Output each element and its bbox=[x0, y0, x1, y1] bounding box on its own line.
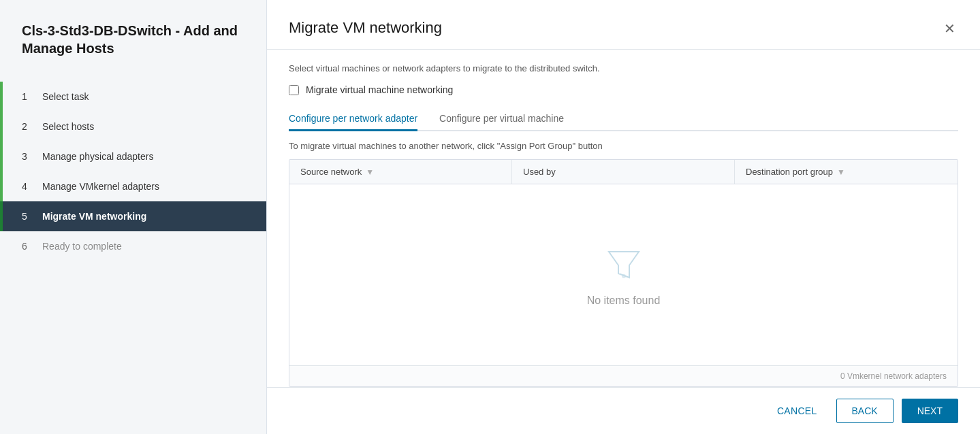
tab-0[interactable]: Configure per network adapter bbox=[289, 107, 417, 131]
sidebar-step-select-task[interactable]: 1Select task bbox=[0, 82, 266, 112]
step-label: Select hosts bbox=[42, 121, 94, 132]
step-number: 5 bbox=[22, 211, 33, 222]
table-footer-text: 0 Vmkernel network adapters bbox=[840, 371, 947, 381]
sidebar-step-migrate-vm-networking[interactable]: 5Migrate VM networking bbox=[0, 201, 266, 231]
sidebar: Cls-3-Std3-DB-DSwitch - Add and Manage H… bbox=[0, 0, 267, 434]
step-label: Migrate VM networking bbox=[42, 211, 146, 222]
step-label: Manage VMkernel adapters bbox=[42, 181, 159, 192]
table-column-used-by: Used by bbox=[512, 160, 735, 184]
table-header: Source network▼Used byDestination port g… bbox=[289, 160, 958, 184]
sidebar-step-select-hosts[interactable]: 2Select hosts bbox=[0, 112, 266, 141]
step-number: 1 bbox=[22, 91, 33, 102]
checkbox-row: Migrate virtual machine networking bbox=[289, 84, 958, 95]
sidebar-step-manage-vmkernel-adapters[interactable]: 4Manage VMkernel adapters bbox=[0, 171, 266, 201]
filter-icon[interactable]: ▼ bbox=[366, 167, 374, 177]
dialog-footer: CANCEL BACK NEXT bbox=[267, 387, 980, 434]
sidebar-step-manage-physical-adapters[interactable]: 3Manage physical adapters bbox=[0, 141, 266, 171]
table-footer: 0 Vmkernel network adapters bbox=[289, 365, 958, 386]
step-label: Manage physical adapters bbox=[42, 151, 153, 162]
step-number: 2 bbox=[22, 121, 33, 132]
svg-point-0 bbox=[622, 274, 626, 278]
step-label: Select task bbox=[42, 91, 89, 102]
table-column-destination-port-group: Destination port group▼ bbox=[735, 160, 958, 184]
migrate-vm-networking-checkbox[interactable] bbox=[289, 85, 299, 95]
dialog-title: Migrate VM networking bbox=[289, 19, 442, 37]
tab-1[interactable]: Configure per virtual machine bbox=[439, 107, 564, 131]
step-number: 3 bbox=[22, 151, 33, 162]
back-button[interactable]: BACK bbox=[836, 399, 894, 423]
subtitle: Select virtual machines or network adapt… bbox=[289, 63, 958, 73]
table-column-source-network: Source network▼ bbox=[289, 160, 512, 184]
sidebar-steps: 1Select task2Select hosts3Manage physica… bbox=[0, 82, 266, 261]
step-number: 6 bbox=[22, 241, 33, 252]
main-body: Select virtual machines or network adapt… bbox=[267, 50, 980, 387]
migrate-vm-networking-label[interactable]: Migrate virtual machine networking bbox=[306, 84, 453, 95]
filter-icon[interactable]: ▼ bbox=[837, 167, 845, 177]
step-number: 4 bbox=[22, 181, 33, 192]
empty-state-icon bbox=[603, 244, 644, 286]
tab-instruction: To migrate virtual machines to another n… bbox=[289, 141, 958, 151]
tabs-container: Configure per network adapterConfigure p… bbox=[289, 107, 958, 131]
step-label: Ready to complete bbox=[42, 241, 122, 252]
sidebar-title: Cls-3-Std3-DB-DSwitch - Add and Manage H… bbox=[0, 22, 266, 82]
cancel-button[interactable]: CANCEL bbox=[766, 399, 828, 423]
next-button[interactable]: NEXT bbox=[902, 399, 958, 423]
dialog-wrapper: Cls-3-Std3-DB-DSwitch - Add and Manage H… bbox=[0, 0, 980, 434]
close-button[interactable]: ✕ bbox=[941, 19, 958, 38]
empty-state-text: No items found bbox=[587, 295, 661, 307]
table-container: Source network▼Used byDestination port g… bbox=[289, 159, 958, 387]
main-content: Migrate VM networking ✕ Select virtual m… bbox=[267, 0, 980, 434]
sidebar-step-ready-to-complete: 6Ready to complete bbox=[0, 231, 266, 261]
table-body: No items found bbox=[289, 184, 958, 365]
main-header: Migrate VM networking ✕ bbox=[267, 0, 980, 50]
